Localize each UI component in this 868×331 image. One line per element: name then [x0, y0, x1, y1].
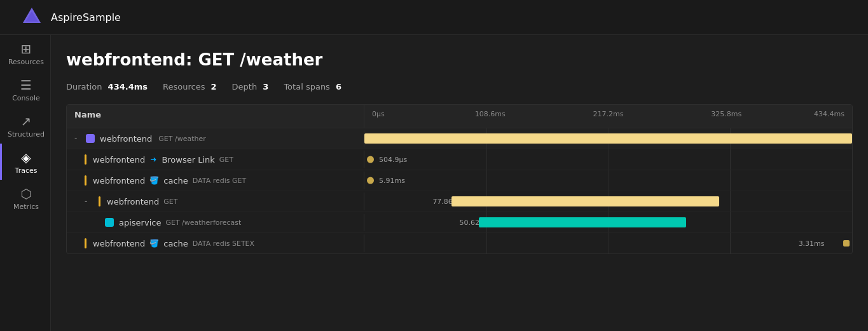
main-content: webfrontend: GET /weather Duration 434.4…: [51, 35, 868, 331]
depth-value: 3: [263, 82, 268, 91]
collapse-button[interactable]: -: [85, 197, 93, 206]
resources-value: 2: [211, 82, 217, 91]
topbar: AspireSample: [0, 0, 868, 35]
sidebar-label-console: Console: [12, 94, 40, 102]
span-name-cell: webfrontend ➜ Browser Link GET: [67, 151, 364, 168]
name-column-header: Name: [67, 105, 364, 128]
table-row: - webfrontend GET 77.86ms: [67, 191, 852, 212]
app-title: AspireSample: [51, 11, 121, 24]
meta-row: Duration 434.4ms Resources 2 Depth 3 Tot…: [66, 82, 853, 91]
timeline-cell: 77.86ms: [364, 191, 852, 212]
span-name-cell: apiservice GET /weatherforecast: [67, 214, 364, 231]
service-icon-webfrontend: [86, 134, 95, 143]
duration-value: 434.4ms: [108, 82, 148, 91]
timeline-cell: 504.9μs: [364, 149, 852, 170]
sidebar: ⊞ Resources ☰ Console ↗ Structured ◈ Tra…: [0, 0, 51, 331]
metrics-icon: ⬡: [20, 187, 31, 200]
span-duration-label: 5.91ms: [379, 177, 405, 185]
span-duration-label: 504.9μs: [379, 156, 407, 164]
tick-4: 434.4ms: [814, 110, 844, 118]
sidebar-label-resources: Resources: [8, 58, 44, 66]
timeline-header: 0μs 108.6ms 217.2ms 325.8ms 434.4ms: [364, 105, 852, 128]
trace-header: Name 0μs 108.6ms 217.2ms 325.8ms 434.4ms: [67, 105, 852, 128]
resources-icon: ⊞: [21, 43, 32, 55]
table-row: webfrontend ➜ Browser Link GET 504.9μs: [67, 149, 852, 170]
span-name-cell: webfrontend 🪣 cache DATA redis GET: [67, 172, 364, 189]
tick-2: 217.2ms: [593, 110, 624, 118]
span-name-cell: - webfrontend GET /weather: [67, 130, 364, 147]
span-duration-label: 3.31ms: [799, 240, 825, 248]
table-row: apiservice GET /weatherforecast 50.62ms: [67, 212, 852, 233]
table-row: - webfrontend GET /weather: [67, 128, 852, 149]
db-icon: 🪣: [149, 176, 159, 185]
total-spans-meta: Total spans 6: [284, 82, 341, 91]
collapse-button[interactable]: -: [74, 134, 83, 143]
tick-1: 108.6ms: [475, 110, 506, 118]
timeline-cell: [364, 128, 852, 149]
arrow-icon: ➜: [150, 155, 156, 164]
page-title: webfrontend: GET /weather: [66, 50, 853, 69]
timeline-cell: 3.31ms: [364, 233, 852, 253]
sidebar-item-traces[interactable]: ◈ Traces: [0, 144, 50, 180]
table-row: webfrontend 🪣 cache DATA redis GET 5.91m…: [67, 170, 852, 191]
console-icon: ☰: [20, 79, 32, 91]
table-row: webfrontend 🪣 cache DATA redis SETEX 3.3…: [67, 233, 852, 253]
sidebar-item-console[interactable]: ☰ Console: [0, 71, 50, 107]
traces-icon: ◈: [21, 151, 31, 164]
db-icon: 🪣: [149, 239, 159, 248]
span-name-cell: - webfrontend GET: [67, 193, 364, 210]
tick-3: 325.8ms: [711, 110, 741, 118]
depth-meta: Depth 3: [232, 82, 269, 91]
sidebar-label-traces: Traces: [15, 166, 38, 175]
duration-label: Duration 434.4ms: [66, 82, 148, 91]
tick-0: 0μs: [372, 110, 385, 118]
sidebar-label-metrics: Metrics: [13, 203, 39, 211]
logo: [20, 5, 43, 30]
sidebar-item-structured[interactable]: ↗ Structured: [0, 107, 50, 144]
trace-table: Name 0μs 108.6ms 217.2ms 325.8ms 434.4ms…: [66, 104, 853, 254]
timeline-cell: 5.91ms: [364, 170, 852, 191]
timeline-cell: 50.62ms: [364, 212, 852, 233]
structured-icon: ↗: [21, 115, 32, 128]
sidebar-label-structured: Structured: [8, 130, 45, 138]
sidebar-item-resources[interactable]: ⊞ Resources: [0, 35, 50, 71]
span-name-cell: webfrontend 🪣 cache DATA redis SETEX: [67, 234, 364, 252]
total-spans-value: 6: [336, 82, 341, 91]
sidebar-item-metrics[interactable]: ⬡ Metrics: [0, 180, 50, 216]
resources-meta: Resources 2: [163, 82, 217, 91]
